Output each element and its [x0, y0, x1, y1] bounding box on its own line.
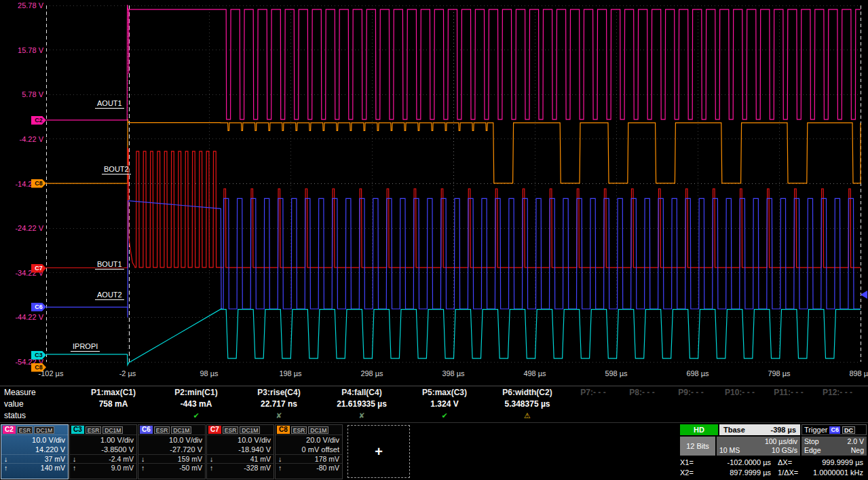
measure-value-p4: 21.619335 µs	[320, 399, 403, 409]
arrow-down-icon: ↓	[73, 455, 76, 463]
measure-section-label: Measure	[0, 388, 72, 397]
sample-rate: 10 GS/s	[772, 446, 797, 455]
channel-header: C3ESRDC1M	[70, 425, 136, 435]
channel-scale: 10.0 V/div	[1, 435, 68, 445]
acquisition-box[interactable]: 100 µs/div 10 MS 10 GS/s	[717, 437, 800, 456]
channel-header: C8ESRDC1M	[276, 425, 342, 435]
invdx-value: 1.0000001 kHz	[802, 468, 863, 478]
arrow-up-icon: ↑	[73, 464, 76, 472]
channel-meas-row: ↑-328 mV	[207, 463, 273, 472]
channel-badge-dc1m: DC1M	[240, 426, 260, 434]
measure-header-p3[interactable]: P3:rise(C4)	[238, 388, 320, 397]
waveform-canvas	[0, 0, 868, 386]
channel-meas-value: 41 mV	[250, 455, 271, 463]
arrow-down-icon: ↓	[141, 455, 145, 463]
channel-id-chip: C6	[140, 426, 153, 434]
channel-meas-value: -80 mV	[316, 464, 339, 472]
measure-header-p11[interactable]: P11:- - -	[764, 388, 813, 397]
x-axis-label: 398 µs	[430, 369, 477, 377]
measure-status-cross-icon-p3: ✘	[238, 411, 320, 420]
channel-header: C6ESRDC1M	[138, 425, 205, 435]
x-axis-label: -2 µs	[104, 369, 151, 377]
measure-header-p5[interactable]: P5:max(C3)	[403, 388, 486, 397]
arrow-down-icon: ↓	[4, 455, 7, 463]
add-channel-box[interactable]: +	[347, 425, 410, 478]
trace-c8-bout2	[46, 119, 861, 183]
channel-meas-value: -328 mV	[244, 464, 271, 472]
measure-header-p6[interactable]: P6:width(C2)	[486, 388, 569, 397]
channel-header: C7ESRDC1M	[207, 425, 273, 435]
channel-meas-value: 178 mV	[315, 455, 339, 463]
timebase-box[interactable]: Tbase -398 µs	[719, 424, 800, 435]
channel-meas-row: ↓178 mV	[276, 454, 342, 463]
y-axis-label: -24.22 V	[1, 224, 43, 232]
y-axis-label: 5.78 V	[1, 90, 43, 98]
channel-descriptor-c3[interactable]: C3ESRDC1M1.00 V/div-3.8500 V↓-2.4 mV↑9.0…	[69, 424, 137, 479]
x1-value: -102.0000 µs	[702, 458, 771, 468]
measure-header-p10[interactable]: P10:- - -	[715, 388, 764, 397]
measure-header-p7[interactable]: P7:- - -	[569, 388, 618, 397]
channel-scale: 1.00 V/div	[70, 435, 136, 445]
x-axis-label: 98 µs	[185, 369, 233, 377]
arrow-down-icon: ↓	[210, 455, 213, 463]
channel-meas-row: ↓41 mV	[207, 454, 273, 463]
x-axis-label: 798 µs	[755, 369, 803, 377]
x-axis-label: 198 µs	[267, 369, 314, 377]
arrow-up-icon: ↑	[4, 464, 7, 472]
waveform-display[interactable]: 25.78 V15.78 V5.78 V-4.22 V-14.22 V-24.2…	[0, 0, 868, 386]
trace-c7-bout1	[46, 148, 861, 268]
channel-badge-esr: ESR	[223, 426, 238, 434]
channel-meas-value: -50 mV	[179, 464, 202, 472]
channel-id-chip: C8	[277, 426, 290, 434]
measure-header-p4[interactable]: P4:fall(C4)	[320, 388, 403, 397]
channel-offset: -3.8500 V	[70, 445, 136, 454]
trigger-box[interactable]: Trigger C6 DC	[801, 424, 867, 435]
channel-badge-esr: ESR	[154, 426, 170, 434]
hd-indicator[interactable]: HD	[680, 424, 718, 435]
x2-value: 897.9999 µs	[702, 468, 771, 478]
channel-offset: -27.720 V	[138, 445, 205, 454]
trigger-mode: Stop	[804, 437, 819, 446]
channel-descriptor-c2[interactable]: C2ESRDC1M10.0 V/div14.220 V↓37 mV↑140 mV	[1, 424, 69, 479]
channel-meas-row: ↓159 mV	[138, 454, 205, 463]
channel-scale: 10.0 V/div	[138, 435, 205, 445]
measure-header-p2[interactable]: P2:min(C1)	[155, 388, 238, 397]
channel-id-chip: C7	[208, 426, 221, 434]
measure-header-p8[interactable]: P8:- - -	[618, 388, 666, 397]
channel-scale: 10.0 V/div	[207, 435, 273, 445]
dx-label: ΔX=	[771, 458, 802, 468]
channel-descriptor-c6[interactable]: C6ESRDC1M10.0 V/div-27.720 V↓159 mV↑-50 …	[138, 424, 206, 479]
x1-label: X1=	[680, 458, 702, 468]
tbase-label: Tbase	[723, 424, 745, 435]
measure-status-row-label: status	[0, 411, 72, 420]
channel-scale: 20.0 V/div	[276, 435, 342, 445]
measure-header-p9[interactable]: P9:- - -	[666, 388, 715, 397]
resolution-box: 12 Bits	[680, 437, 715, 456]
trace-annotation-ipropi: IPROPI	[71, 342, 100, 352]
measure-status-check-icon-p2: ✔	[155, 411, 238, 420]
x-axis-label: 498 µs	[511, 369, 559, 377]
plus-icon: +	[375, 444, 383, 460]
trigger-coupling-chip: DC	[842, 426, 855, 434]
channel-meas-value: -2.4 mV	[109, 455, 134, 463]
measure-status-cross-icon-p4: ✘	[320, 411, 403, 420]
dx-value: 999.9999 µs	[802, 458, 863, 468]
trigger-label: Trigger	[804, 426, 827, 434]
trace-c2-aout1	[46, 5, 861, 120]
channel-descriptor-c8[interactable]: C8ESRDC1M20.0 V/div0 mV offset↓178 mV↑-8…	[275, 424, 343, 479]
measure-value-p3: 22.717 ns	[238, 399, 320, 409]
trigger-mode-box[interactable]: Stop 2.0 V Edge Neg	[801, 437, 867, 456]
x2-label: X2=	[680, 468, 702, 478]
trace-annotation-aout1: AOUT1	[95, 99, 124, 109]
measure-value-p1: 758 mA	[72, 399, 155, 409]
channel-descriptor-c7[interactable]: C7ESRDC1M10.0 V/div-18.940 V↓41 mV↑-328 …	[206, 424, 274, 479]
measure-header-p12[interactable]: P12:- - -	[813, 388, 862, 397]
trace-annotation-bout1: BOUT1	[95, 260, 124, 270]
channel-meas-row: ↑9.0 mV	[70, 463, 136, 472]
trigger-source-chip: C6	[829, 426, 840, 434]
measure-header-p1[interactable]: P1:max(C1)	[72, 388, 155, 397]
trigger-type: Edge	[804, 446, 821, 455]
arrow-down-icon: ↓	[278, 455, 282, 463]
channel-offset: 0 mV offset	[276, 445, 342, 454]
trace-annotation-bout2: BOUT2	[102, 165, 131, 174]
